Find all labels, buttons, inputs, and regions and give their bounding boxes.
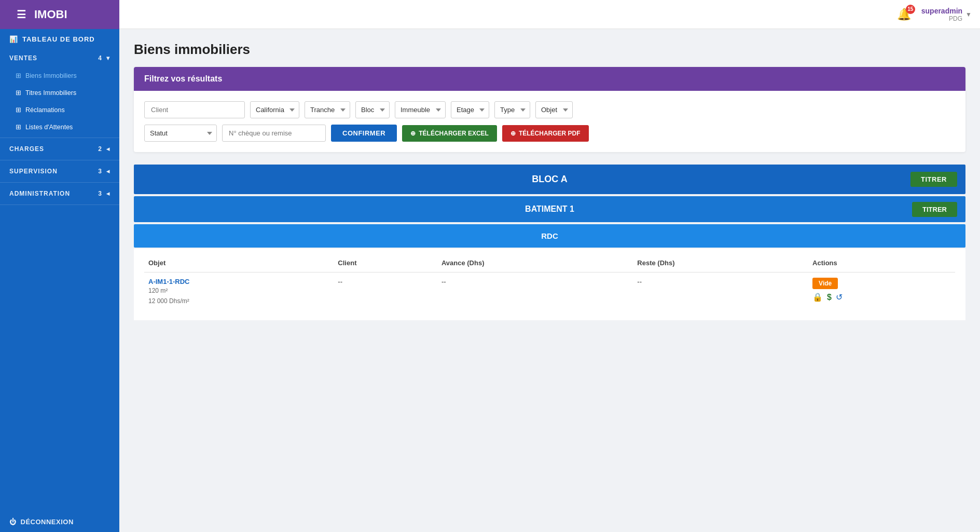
- sidebar-section-administration[interactable]: ADMINISTRATION 3 ◂: [0, 185, 119, 202]
- topbar-left: ☰ IMOBI: [8, 0, 119, 29]
- ventes-badge: 4: [98, 54, 102, 62]
- filter-box: Filtrez vos résultats California Tranche…: [134, 67, 965, 152]
- sidebar-sub-ventes: ⊞ Biens Immobiliers ⊞ Titres Immobiliers…: [0, 67, 119, 135]
- supervision-arrow-icon: ◂: [106, 168, 110, 175]
- filter-body: California Tranche Bloc Immeuble Etage: [134, 91, 965, 152]
- bloc-a-header: BLOC A TITRER: [134, 165, 965, 194]
- user-text: superadmin PDG: [921, 7, 962, 22]
- download-excel-button[interactable]: ⊕ TÉLÉCHARGER EXCEL: [402, 125, 497, 142]
- sidebar-item-deconnexion[interactable]: ⏻ DÉCONNEXION: [0, 512, 119, 532]
- topbar-right: 🔔 15 superadmin PDG ▼: [897, 7, 972, 22]
- batiment-1-titrer-button[interactable]: TITRER: [912, 202, 957, 217]
- table-body: A-IM1-1-RDC 120 m² 12 000 Dhs/m² -- -- -…: [144, 272, 955, 312]
- download-pdf-button[interactable]: ⊕ TÉLÉCHARGER PDF: [502, 125, 589, 142]
- filter-row-1: California Tranche Bloc Immeuble Etage: [144, 101, 955, 118]
- sidebar-item-reclamations[interactable]: ⊞ Réclamations: [16, 101, 119, 118]
- sidebar-section-ventes[interactable]: VENTES 4 ▾: [0, 49, 119, 67]
- sidebar-section-charges[interactable]: CHARGES 2 ◂: [0, 140, 119, 158]
- grid-icon: ⊞: [16, 123, 21, 131]
- col-client: Client: [334, 254, 437, 272]
- lock-icon[interactable]: 🔒: [812, 292, 823, 302]
- etage-select[interactable]: Etage: [451, 101, 489, 118]
- charges-arrow-icon: ◂: [106, 145, 110, 153]
- logout-icon: ⏻: [9, 518, 17, 526]
- table-header: Objet Client Avance (Dhs) Reste (Dhs) Ac…: [144, 254, 955, 272]
- cell-actions: Vide 🔒 $ ↺: [808, 272, 955, 312]
- main-content: Biens immobiliers Filtrez vos résultats …: [119, 29, 980, 532]
- chevron-down-icon: ▼: [965, 11, 972, 18]
- user-role: PDG: [949, 15, 962, 22]
- bien-table: Objet Client Avance (Dhs) Reste (Dhs) Ac…: [144, 254, 955, 312]
- chart-icon: 📊: [9, 35, 18, 43]
- rdc-header: RDC: [134, 224, 965, 248]
- cheque-input[interactable]: [222, 125, 326, 142]
- status-badge-vide: Vide: [812, 278, 838, 289]
- cell-client: --: [334, 272, 437, 312]
- administration-badge: 3: [98, 190, 102, 197]
- logo: ☰ IMOBI: [0, 0, 119, 29]
- col-avance: Avance (Dhs): [437, 254, 633, 272]
- sidebar-item-listes-attentes[interactable]: ⊞ Listes d'Attentes: [16, 118, 119, 135]
- bien-table-container: Objet Client Avance (Dhs) Reste (Dhs) Ac…: [134, 249, 965, 320]
- bien-link[interactable]: A-IM1-1-RDC: [148, 278, 189, 285]
- bloc-select[interactable]: Bloc: [355, 101, 390, 118]
- cell-objet: A-IM1-1-RDC 120 m² 12 000 Dhs/m²: [144, 272, 334, 312]
- filter-header: Filtrez vos résultats: [134, 67, 965, 91]
- type-select[interactable]: Type: [494, 101, 530, 118]
- sidebar-section-supervision[interactable]: SUPERVISION 3 ◂: [0, 162, 119, 180]
- col-objet: Objet: [144, 254, 334, 272]
- grid-icon: ⊞: [16, 72, 21, 79]
- pdf-icon: ⊕: [510, 130, 516, 137]
- refresh-icon[interactable]: ↺: [836, 292, 843, 302]
- col-reste: Reste (Dhs): [633, 254, 808, 272]
- notif-badge: 15: [906, 5, 915, 14]
- tranche-select[interactable]: Tranche: [305, 101, 350, 118]
- sidebar-item-titres-immobiliers[interactable]: ⊞ Titres Immobiliers: [16, 84, 119, 101]
- statut-select[interactable]: Statut: [144, 125, 217, 142]
- page-title: Biens immobiliers: [134, 42, 965, 58]
- topbar: ☰ IMOBI 🔔 15 superadmin PDG ▼: [0, 0, 980, 29]
- user-name: superadmin: [921, 7, 962, 15]
- grid-icon: ⊞: [16, 106, 21, 114]
- sidebar-item-biens-immobiliers[interactable]: ⊞ Biens Immobiliers: [16, 67, 119, 84]
- client-input[interactable]: [144, 101, 245, 118]
- download-icon: ⊕: [410, 130, 416, 137]
- table-row: A-IM1-1-RDC 120 m² 12 000 Dhs/m² -- -- -…: [144, 272, 955, 312]
- ventes-arrow-icon: ▾: [106, 54, 110, 62]
- charges-badge: 2: [98, 145, 102, 153]
- sidebar-item-tableau-de-bord[interactable]: 📊 TABLEAU DE BORD: [0, 29, 119, 49]
- col-actions: Actions: [808, 254, 955, 272]
- hamburger-icon[interactable]: ☰: [17, 8, 26, 21]
- cell-avance: --: [437, 272, 633, 312]
- layout: 📊 TABLEAU DE BORD VENTES 4 ▾ ⊞ Biens Imm…: [0, 29, 980, 532]
- action-icons: 🔒 $ ↺: [812, 292, 951, 302]
- user-menu[interactable]: superadmin PDG ▼: [921, 7, 972, 22]
- sidebar-divider-3: [0, 182, 119, 183]
- cell-reste: --: [633, 272, 808, 312]
- administration-arrow-icon: ◂: [106, 190, 110, 197]
- notifications-button[interactable]: 🔔 15: [897, 8, 911, 21]
- supervision-badge: 3: [98, 168, 102, 175]
- grid-icon: ⊞: [16, 89, 21, 97]
- sidebar-divider-1: [0, 138, 119, 138]
- immeuble-select[interactable]: Immeuble: [395, 101, 446, 118]
- california-select[interactable]: California: [250, 101, 299, 118]
- batiment-1-header: BATIMENT 1 TITRER: [134, 196, 965, 222]
- sidebar: 📊 TABLEAU DE BORD VENTES 4 ▾ ⊞ Biens Imm…: [0, 29, 119, 532]
- filter-row-2: Statut CONFIRMER ⊕ TÉLÉCHARGER EXCEL ⊕ T…: [144, 125, 955, 142]
- bloc-a-titrer-button[interactable]: TITRER: [910, 172, 957, 187]
- sidebar-divider-4: [0, 204, 119, 205]
- bien-meta: 120 m² 12 000 Dhs/m²: [148, 285, 329, 307]
- confirm-button[interactable]: CONFIRMER: [331, 125, 397, 142]
- objet-select[interactable]: Objet: [535, 101, 573, 118]
- sidebar-divider-2: [0, 160, 119, 160]
- dollar-icon[interactable]: $: [827, 293, 832, 302]
